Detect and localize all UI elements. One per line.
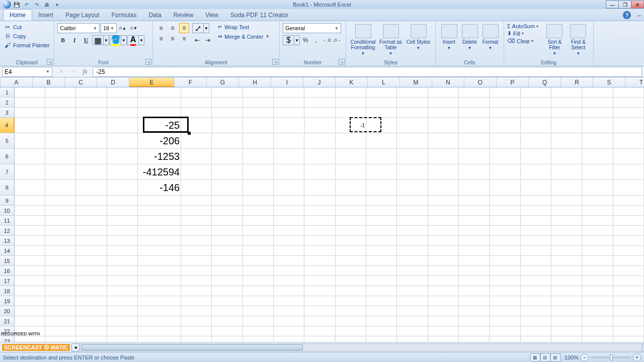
wrap-text-button[interactable]: ↵Wrap Text [216,23,272,31]
cell[interactable] [490,133,520,149]
cell[interactable] [107,226,138,236]
cell[interactable] [336,316,366,326]
column-header[interactable]: E [129,77,175,87]
cell[interactable] [582,108,613,118]
cell[interactable] [76,286,107,296]
cell[interactable] [181,266,212,276]
cell[interactable] [212,326,243,336]
cell[interactable] [366,286,397,296]
tab-page-layout[interactable]: Page Layout [59,10,105,21]
cell[interactable] [138,296,181,306]
cell[interactable] [521,266,551,276]
cell[interactable] [138,98,181,108]
cell[interactable] [521,306,551,316]
cell[interactable] [551,206,582,216]
cell[interactable] [582,266,613,276]
cell[interactable] [107,266,138,276]
cell[interactable] [45,316,76,326]
cell[interactable] [212,216,243,226]
cell[interactable] [613,326,644,336]
cell[interactable] [490,164,520,180]
maximize-button[interactable]: ❐ [618,1,631,9]
cell[interactable] [459,246,490,256]
cell[interactable] [274,236,304,246]
cell[interactable] [45,256,76,266]
tab-insert[interactable]: Insert [32,10,59,21]
cell[interactable] [428,316,459,326]
cell-styles-button[interactable]: Cell Styles▼ [405,23,432,58]
merge-center-button[interactable]: ⇔Merge & Center ▼ [216,33,272,40]
cell[interactable] [212,149,243,164]
cell[interactable] [459,180,490,196]
cell[interactable] [397,276,428,286]
font-color-button[interactable]: A▼ [127,35,144,45]
cell[interactable] [15,236,45,246]
cell[interactable] [428,133,459,149]
cell[interactable] [274,149,304,164]
cell[interactable] [428,276,459,286]
cell[interactable] [304,336,335,342]
cell[interactable] [181,118,212,133]
cell[interactable] [366,236,397,246]
cell[interactable] [490,246,520,256]
cell[interactable] [76,256,107,266]
cell[interactable] [397,87,428,98]
align-top-button[interactable]: ≡ [156,23,166,33]
cell[interactable] [274,98,304,108]
cell[interactable] [107,108,138,118]
row-header[interactable]: 12 [0,226,15,236]
cell[interactable] [76,236,107,246]
column-header[interactable]: C [65,77,97,87]
cell[interactable] [397,306,428,316]
cell[interactable] [428,266,459,276]
cell[interactable] [582,226,613,236]
spreadsheet-grid[interactable]: ABCDEFGHIJKLMNOPQRST 1234-25-15-2066-125… [0,77,644,342]
cell[interactable] [521,326,551,336]
cell[interactable] [490,296,520,306]
close-button[interactable]: ✕ [631,1,644,9]
cancel-formula-icon[interactable]: ✕ [55,67,66,76]
cell[interactable] [613,87,644,98]
font-size-dropdown[interactable]: 18▼ [101,23,117,33]
cell[interactable] [366,336,397,342]
cell[interactable] [366,226,397,236]
tab-view[interactable]: View [199,10,224,21]
cell[interactable] [138,108,181,118]
cell[interactable] [304,266,335,276]
row-header[interactable]: 2 [0,98,15,108]
cell[interactable] [582,216,613,226]
cell[interactable] [613,286,644,296]
cell[interactable] [243,196,274,206]
cell[interactable] [551,180,582,196]
column-header[interactable]: D [97,77,129,87]
cell[interactable] [613,226,644,236]
cell[interactable] [613,296,644,306]
redo-icon[interactable]: ↷ [32,1,41,9]
cell[interactable] [336,87,366,98]
font-launcher[interactable]: ↘ [145,59,151,65]
cell[interactable] [490,196,520,206]
grow-font-button[interactable]: A▲ [118,23,128,33]
cell[interactable] [366,180,397,196]
cell[interactable] [336,286,366,296]
cell[interactable] [336,306,366,316]
cell[interactable] [243,164,274,180]
cell[interactable] [304,87,335,98]
cell[interactable] [397,246,428,256]
cell[interactable] [397,180,428,196]
cell[interactable] [490,266,520,276]
cell[interactable] [76,87,107,98]
fill-handle[interactable] [188,132,191,135]
cell[interactable] [243,180,274,196]
cell[interactable] [181,296,212,306]
cell[interactable] [521,246,551,256]
cell[interactable] [366,196,397,206]
cell[interactable]: -146 [138,180,181,196]
cell[interactable] [45,206,76,216]
cell[interactable] [490,87,520,98]
print-icon[interactable]: 🖶 [42,1,51,9]
cell[interactable] [107,276,138,286]
cell[interactable] [366,306,397,316]
cell[interactable] [397,336,428,342]
cell[interactable] [397,164,428,180]
